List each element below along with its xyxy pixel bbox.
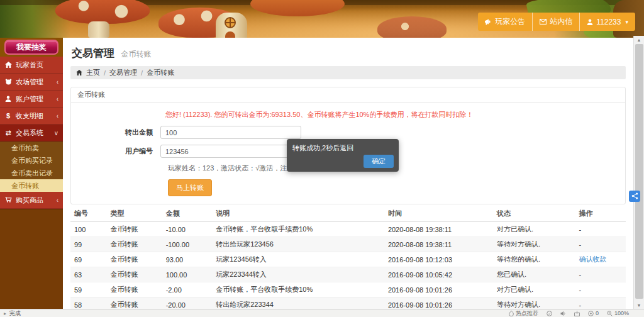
sidebar-item-home[interactable]: 玩家首页: [0, 57, 63, 74]
cell-id: 69: [70, 252, 106, 267]
announcements-label: 玩家公告: [495, 16, 525, 27]
cell-status: 等待您的确认.: [493, 252, 575, 267]
cell-action: -: [575, 267, 626, 282]
mushroom-cap: [55, 0, 150, 24]
sidebar-filler: [0, 209, 63, 278]
cell-type: 金币转账: [106, 252, 162, 267]
cell-status: 对方已确认.: [493, 222, 575, 237]
inbox-label: 站内信: [550, 16, 572, 27]
cell-action: -: [575, 298, 626, 310]
col-type: 类型: [106, 206, 162, 222]
col-time: 时间: [384, 206, 493, 222]
submenu-item-transfer[interactable]: 金币转账: [0, 179, 63, 192]
speaker-icon: [560, 311, 566, 316]
table-header-row: 编号 类型 金额 说明 时间 状态 操作: [70, 206, 626, 222]
cell-time: 2020-08-08 19:38:11: [384, 237, 493, 252]
cell-time: 2016-09-08 10:01:26: [384, 282, 493, 298]
announcements-button[interactable]: 玩家公告: [478, 13, 533, 31]
mushroom-house: [216, 13, 247, 38]
breadcrumb: 主页 / 交易管理 / 金币转账: [70, 66, 626, 79]
chevron-left-icon: ‹: [57, 197, 58, 204]
chevron-left-icon: ‹: [57, 113, 58, 120]
cell-desc: 玩家123456转入: [212, 252, 384, 267]
cell-amount: -10.00: [162, 222, 212, 237]
sidebar-item-label: 收支明细: [16, 111, 43, 121]
exchange-arrows-icon: ⇄: [4, 129, 12, 137]
sidebar-item-shop[interactable]: 购买商品 ‹: [0, 192, 63, 209]
col-amount: 金额: [162, 206, 212, 222]
cell-type: 金币转账: [106, 298, 162, 310]
status-text: 完成: [9, 309, 21, 317]
cell-type: 金币转账: [106, 267, 162, 282]
app-window: 玩家公告 站内信 112233 ▾ 我要抽奖 玩家首页: [0, 0, 644, 317]
cell-desc: 金币转账，平台收取手续费10%: [212, 222, 384, 237]
sidebar-item-farm[interactable]: 农场管理 ‹: [0, 74, 63, 91]
house-door: [225, 31, 235, 38]
breadcrumb-separator: /: [104, 69, 106, 77]
confirm-button[interactable]: 确定: [364, 155, 394, 168]
scroll-up-arrow[interactable]: ▲: [634, 36, 644, 44]
panel-title: 金币转账: [71, 87, 625, 103]
submenu-item-sell-records[interactable]: 金币卖出记录: [0, 167, 63, 179]
amount-label: 转出金额: [71, 128, 160, 137]
cell-amount: -20.00: [162, 298, 212, 310]
amount-row: 转出金额: [71, 126, 625, 139]
share-widget-button[interactable]: [629, 191, 640, 202]
cell-action: -: [575, 282, 626, 298]
cell-id: 99: [70, 237, 106, 252]
cell-status: 等待对方确认.: [493, 237, 575, 252]
user-icon: [4, 96, 12, 102]
breadcrumb-home[interactable]: 主页: [86, 68, 100, 77]
mushroom-stem: [88, 21, 109, 38]
col-id: 编号: [70, 206, 106, 222]
house-window: [225, 17, 236, 28]
sidebar-item-label: 账户管理: [16, 94, 43, 104]
cell-desc: 转出给玩家223344: [212, 298, 384, 310]
check-status-button[interactable]: [547, 311, 552, 316]
chevron-down-icon: ▾: [625, 19, 628, 25]
chevron-left-icon: ‹: [57, 96, 58, 103]
submenu-item-buy-records[interactable]: 金币购买记录: [0, 154, 63, 167]
sidebar-item-label: 购买商品: [16, 196, 43, 205]
download-button[interactable]: [574, 311, 580, 316]
cell-status: 对方已确认.: [493, 282, 575, 298]
mushroom-cap: [250, 0, 345, 16]
user-icon: [587, 19, 593, 25]
blocked-counter[interactable]: 0: [588, 310, 599, 316]
cell-id: 63: [70, 267, 106, 282]
dialog-message: 转账成功,2秒后返回: [292, 143, 393, 153]
transfer-now-button[interactable]: 马上转账: [168, 179, 212, 196]
sidebar-item-account[interactable]: 账户管理 ‹: [0, 91, 63, 108]
cell-status: 您已确认.: [493, 267, 575, 282]
cell-desc: 金币转账，平台收取手续费10%: [212, 282, 384, 298]
breadcrumb-current: 金币转账: [147, 68, 174, 77]
megaphone-icon: [485, 19, 492, 25]
col-status: 状态: [493, 206, 575, 222]
submenu-item-auction[interactable]: 金币拍卖: [0, 142, 63, 154]
vertical-scrollbar[interactable]: ▲ ▼: [633, 36, 644, 309]
sidebar: 我要抽奖 玩家首页 农场管理 ‹ 账户管理 ‹ $ 收支明细 ‹: [0, 38, 63, 309]
inbox-button[interactable]: 站内信: [533, 13, 580, 31]
transfer-success-dialog: 转账成功,2秒后返回 确定: [287, 139, 399, 172]
sidebar-item-label: 交易系统: [16, 128, 43, 138]
cell-id: 59: [70, 282, 106, 298]
zoom-control[interactable]: 100%: [607, 310, 629, 316]
user-menu-button[interactable]: 112233 ▾: [580, 13, 635, 31]
scrollbar-thumb[interactable]: [635, 44, 643, 299]
sidebar-item-ledger[interactable]: $ 收支明细 ‹: [0, 108, 63, 125]
header-toolbar: 玩家公告 站内信 112233 ▾: [478, 13, 635, 31]
confirm-receive-link[interactable]: 确认收款: [579, 255, 607, 263]
breadcrumb-separator: /: [141, 69, 143, 77]
breadcrumb-trade[interactable]: 交易管理: [109, 68, 137, 77]
status-play-icon: ▸: [4, 311, 6, 316]
sidebar-item-trade-system[interactable]: ⇄ 交易系统 ∨: [0, 125, 63, 142]
lottery-button[interactable]: 我要抽奖: [4, 40, 58, 55]
blocked-count: 0: [596, 310, 599, 316]
page-header: 交易管理 金币转账: [70, 38, 626, 66]
user-id-input[interactable]: [160, 145, 301, 158]
hot-recommend-button[interactable]: 热点推荐: [509, 309, 538, 317]
col-action: 操作: [575, 206, 626, 222]
transfer-notice: 您好! (112233). 您的可转出金币为:69313.50、金币转账将产生1…: [165, 110, 625, 120]
sound-button[interactable]: [560, 311, 566, 316]
amount-input[interactable]: [160, 126, 301, 139]
